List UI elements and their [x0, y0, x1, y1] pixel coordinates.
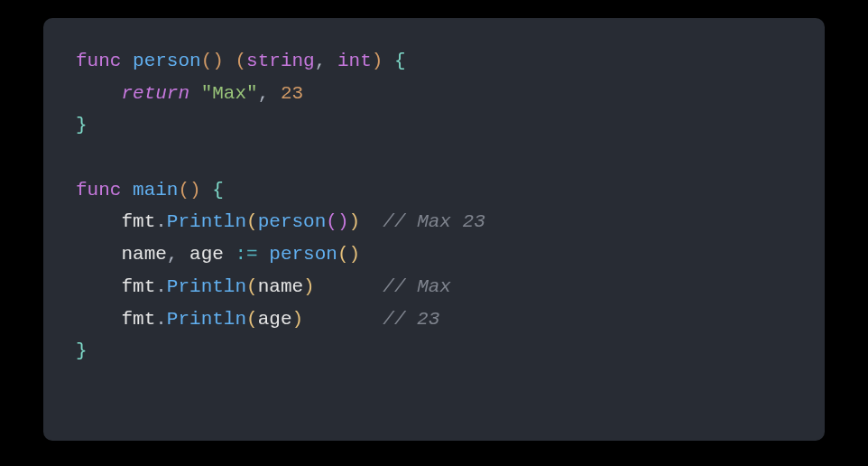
- comment: // Max 23: [383, 211, 485, 232]
- paren: (: [326, 211, 337, 232]
- dot: .: [155, 309, 167, 330]
- brace: {: [212, 180, 224, 200]
- dot: .: [155, 211, 167, 232]
- function-call: person: [269, 244, 337, 265]
- comma: ,: [258, 83, 281, 104]
- code-line: return "Max", 23: [76, 78, 792, 110]
- code-snippet: func person() (string, int) { return "Ma…: [43, 18, 825, 441]
- identifier-age: age: [189, 244, 224, 265]
- code-line: }: [76, 335, 792, 368]
- space: [121, 51, 133, 71]
- paren: ): [349, 211, 361, 232]
- type-string: string: [246, 51, 315, 71]
- space: [189, 83, 201, 104]
- keyword-func: func: [76, 51, 121, 71]
- indent: [76, 276, 121, 297]
- type-int: int: [337, 51, 372, 71]
- code-line: fmt.Println(person()) // Max 23: [76, 206, 792, 238]
- keyword-func: func: [76, 180, 121, 200]
- paren: (: [246, 276, 258, 297]
- brace: }: [76, 115, 88, 135]
- paren: ): [349, 244, 361, 265]
- indent: [76, 309, 121, 330]
- paren: ): [337, 211, 349, 232]
- code-line: func main() {: [76, 174, 792, 207]
- spacer: [303, 309, 383, 330]
- method-println: Println: [167, 276, 246, 297]
- number-literal: 23: [281, 83, 303, 104]
- comma: ,: [167, 244, 189, 265]
- paren: ): [372, 51, 383, 71]
- identifier-name: name: [258, 276, 303, 297]
- paren: ): [291, 309, 303, 330]
- paren: ): [212, 51, 224, 71]
- space: [224, 244, 235, 265]
- indent: [76, 211, 121, 232]
- function-name: main: [133, 180, 178, 200]
- indent: [76, 244, 121, 265]
- method-println: Println: [167, 211, 246, 232]
- identifier-fmt: fmt: [121, 276, 155, 297]
- string-literal: "Max": [201, 83, 258, 104]
- comment: // Max: [383, 276, 451, 297]
- space: [224, 51, 235, 71]
- paren: (: [337, 244, 349, 265]
- identifier-name: name: [121, 244, 166, 265]
- code-line: func person() (string, int) {: [76, 45, 792, 78]
- paren: (: [246, 309, 258, 330]
- space: [258, 244, 270, 265]
- brace: }: [76, 340, 88, 361]
- paren: (: [235, 51, 246, 71]
- code-line: fmt.Println(name) // Max: [76, 271, 792, 303]
- identifier-fmt: fmt: [121, 211, 155, 232]
- paren: (: [201, 51, 213, 71]
- blank-line: [76, 142, 792, 174]
- identifier-age: age: [258, 309, 292, 330]
- paren: ): [189, 180, 201, 200]
- comma: ,: [315, 51, 337, 71]
- assign-operator: :=: [235, 244, 257, 265]
- brace: {: [394, 51, 406, 71]
- code-line: fmt.Println(age) // 23: [76, 303, 792, 336]
- paren: ): [303, 276, 315, 297]
- keyword-return: return: [121, 83, 189, 104]
- space: [121, 180, 133, 200]
- comment: // 23: [383, 309, 439, 330]
- code-line: name, age := person(): [76, 238, 792, 271]
- spacer: [360, 211, 383, 232]
- function-name: person: [133, 51, 201, 71]
- code-line: }: [76, 109, 792, 142]
- identifier-fmt: fmt: [121, 309, 155, 330]
- space: [383, 51, 394, 71]
- paren: (: [246, 211, 258, 232]
- indent: [76, 83, 121, 104]
- function-call: person: [258, 211, 327, 232]
- method-println: Println: [167, 309, 246, 330]
- spacer: [315, 276, 383, 297]
- paren: (: [178, 180, 189, 200]
- space: [201, 180, 213, 200]
- dot: .: [155, 276, 167, 297]
